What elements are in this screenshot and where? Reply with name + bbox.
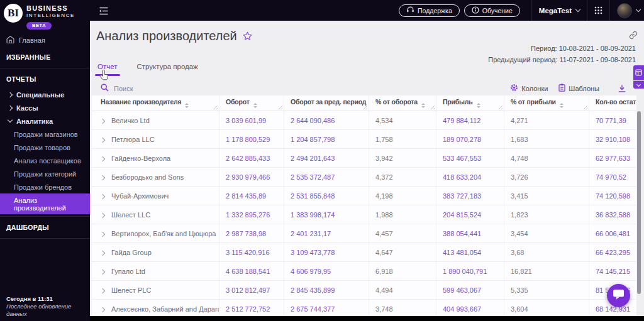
table-row[interactable]: Величко Ltd3 039 601,992 644 090,4864,53… bbox=[92, 111, 636, 130]
expand-row-icon[interactable] bbox=[100, 288, 105, 293]
expand-row-icon[interactable] bbox=[100, 118, 105, 123]
sidebar-item-label: Главная bbox=[19, 36, 45, 44]
chevron-right-icon bbox=[8, 105, 13, 110]
sidebar-section-reports: ОТЧЕТЫ bbox=[0, 70, 90, 88]
training-button[interactable]: Обучение bbox=[464, 4, 520, 17]
last-update-time: Сегодня в 11:31 bbox=[6, 295, 90, 303]
table-row[interactable]: Шелест LLC1 332 895,2761 383 998,1741,98… bbox=[92, 205, 636, 224]
app-logo[interactable]: BI BUSINESS INTELLIGENCE BETA bbox=[0, 0, 90, 32]
user-menu[interactable] bbox=[617, 3, 640, 18]
table-body: Величко Ltd3 039 601,992 644 090,4864,53… bbox=[92, 111, 636, 317]
sidebar-item-product-sales[interactable]: Продажи товаров bbox=[0, 141, 90, 154]
avatar[interactable] bbox=[617, 3, 632, 18]
column-resize-handle[interactable] bbox=[278, 105, 282, 109]
copy-link-icon[interactable] bbox=[629, 31, 638, 42]
manufacturer-name: Гайда Group bbox=[111, 249, 152, 256]
expand-row-icon[interactable] bbox=[100, 193, 105, 199]
table-row[interactable]: Алексеєнко, Забарний and Дараган2 512 77… bbox=[92, 300, 636, 317]
expand-row-icon[interactable] bbox=[100, 307, 105, 312]
vertical-scrollbar[interactable] bbox=[637, 95, 641, 316]
chevron-right-icon bbox=[8, 92, 13, 97]
columns-button[interactable]: Колонки bbox=[510, 84, 548, 93]
cell-value: 189 070,278 bbox=[436, 130, 504, 149]
sort-icon[interactable] bbox=[477, 103, 480, 108]
sort-icon[interactable] bbox=[560, 103, 564, 108]
tab-report[interactable]: Отчет bbox=[96, 63, 119, 76]
table-row[interactable]: Гайда Group3 115 420,9163 109 473,7784,6… bbox=[92, 243, 636, 262]
column-resize-handle[interactable] bbox=[430, 105, 435, 109]
templates-button[interactable]: Шаблоны bbox=[558, 84, 599, 93]
flyout-collapse-button[interactable] bbox=[633, 81, 644, 89]
cell-value: 2 512 772,752 bbox=[219, 300, 284, 317]
sort-icon[interactable] bbox=[253, 103, 257, 108]
tab-sales-structure[interactable]: Структура продаж bbox=[136, 63, 199, 76]
sidebar-item-analytics[interactable]: Аналитика bbox=[0, 114, 90, 128]
column-header[interactable]: % от прибыли bbox=[504, 95, 589, 111]
table-row[interactable]: Шелест PLC3 012 812,4972 845 435,8994,49… bbox=[92, 281, 636, 300]
column-resize-handle[interactable] bbox=[363, 105, 367, 109]
expand-row-icon[interactable] bbox=[100, 269, 105, 274]
topbar: Поддержка Обучение MegaTest bbox=[90, 0, 644, 21]
column-header[interactable]: Оборот за пред. период bbox=[284, 95, 369, 111]
sidebar-item-label: Анализ поставщиков bbox=[14, 157, 81, 165]
sidebar-item-store-sales[interactable]: Продажи магазинов bbox=[0, 128, 90, 141]
column-resize-handle[interactable] bbox=[583, 105, 587, 109]
info-circle-icon bbox=[472, 6, 479, 15]
table-row[interactable]: Безбородько and Sons2 930 979,4662 535 3… bbox=[92, 168, 636, 187]
cell-value: 1 383 998,174 bbox=[284, 205, 369, 224]
sidebar-item-category-sales[interactable]: Продажи категорий bbox=[0, 167, 90, 180]
expand-row-icon[interactable] bbox=[100, 250, 105, 255]
table-row[interactable]: Петлюра LLC1 178 800,5291 204 857,7981,7… bbox=[92, 130, 636, 149]
sidebar-item-label: Продажи категорий bbox=[14, 170, 76, 178]
cell-value: 3 115 420,916 bbox=[219, 243, 284, 262]
search-input[interactable] bbox=[113, 84, 184, 93]
sidebar-item-brand-sales[interactable]: Продажи брендов bbox=[0, 180, 90, 193]
sidebar-item-special[interactable]: Специальные bbox=[0, 88, 90, 101]
support-label: Поддержка bbox=[418, 7, 452, 14]
sort-icon[interactable] bbox=[185, 103, 189, 108]
sidebar-section-favorites: ИЗБРАННЫЕ bbox=[0, 48, 90, 66]
page-title-text: Анализ производителей bbox=[96, 29, 237, 43]
column-header[interactable]: Кол-во остатков на конец периода bbox=[589, 95, 637, 111]
expand-row-icon[interactable] bbox=[100, 231, 105, 236]
headset-icon bbox=[406, 6, 414, 14]
table-panel-button[interactable] bbox=[633, 65, 644, 80]
cell-value: 204 815,524 bbox=[436, 205, 504, 224]
column-header[interactable]: % от оборота bbox=[369, 95, 436, 111]
sidebar-item-supplier-analysis[interactable]: Анализ поставщиков bbox=[0, 154, 90, 167]
column-resize-handle[interactable] bbox=[498, 105, 502, 109]
expand-row-icon[interactable] bbox=[100, 137, 105, 142]
table-row[interactable]: Гупало Ltd4 638 188,5414 606 979,956,918… bbox=[92, 262, 636, 281]
apps-grid-icon[interactable] bbox=[594, 6, 602, 14]
sidebar-item-cash-registers[interactable]: Кассы bbox=[0, 101, 90, 114]
workspace-switcher[interactable]: MegaTest bbox=[539, 7, 580, 14]
sort-icon[interactable] bbox=[421, 103, 425, 108]
cell-value: 4,271 bbox=[504, 111, 589, 130]
scrollbar-thumb[interactable] bbox=[637, 111, 641, 294]
sidebar-item-home[interactable]: Главная bbox=[0, 32, 90, 48]
chat-widget-button[interactable] bbox=[607, 284, 630, 307]
expand-row-icon[interactable] bbox=[100, 212, 105, 217]
column-resize-handle[interactable] bbox=[213, 105, 218, 109]
download-icon[interactable] bbox=[618, 85, 626, 92]
favorite-star-icon[interactable] bbox=[243, 30, 252, 44]
cell-value: 3,604 bbox=[504, 300, 589, 317]
support-button[interactable]: Поддержка bbox=[399, 4, 460, 17]
table-row[interactable]: Чубай-Архимович2 814 435,892 531 855,848… bbox=[92, 187, 636, 205]
expand-row-icon[interactable] bbox=[100, 175, 105, 180]
main-content: Анализ производителей Период: 10-08-2021… bbox=[90, 21, 644, 316]
column-header[interactable]: Название производителя bbox=[92, 95, 219, 111]
cell-value: 3 109 473,778 bbox=[284, 243, 369, 262]
sidebar-item-manufacturer-analysis[interactable]: Анализ производителей bbox=[0, 193, 90, 214]
expand-row-icon[interactable] bbox=[100, 156, 105, 161]
table-row[interactable]: Гайденко-Верхола2 642 885,4332 494 201,6… bbox=[92, 149, 636, 168]
column-header[interactable]: Оборот bbox=[219, 95, 284, 111]
cell-value: 383 727,183 bbox=[436, 187, 504, 205]
column-header[interactable]: Прибыль bbox=[436, 95, 504, 111]
bottom-strip bbox=[90, 316, 644, 321]
collapse-sidebar-icon[interactable] bbox=[99, 6, 109, 18]
cell-value: 62 977,633 bbox=[589, 149, 637, 168]
bi-logo-icon: BI bbox=[4, 4, 23, 23]
table-row[interactable]: Вертипорох, Баб'як and Цюцюра2 987 738,9… bbox=[92, 224, 636, 243]
chevron-down-icon bbox=[8, 117, 13, 122]
